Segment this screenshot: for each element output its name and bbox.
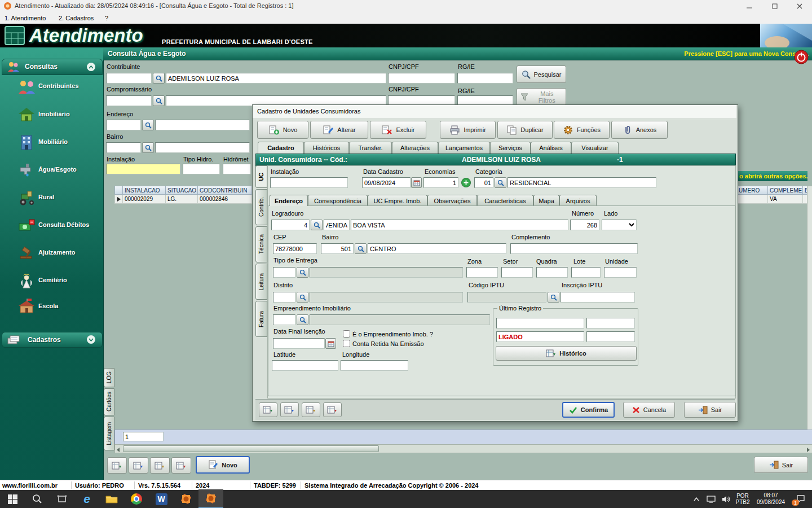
record-action-button-2[interactable] [280, 402, 299, 417]
column-header-codcontribuinte[interactable]: CODCONTRIBUIN [198, 186, 252, 195]
tab-listagem[interactable]: Listagem [104, 417, 114, 450]
speaker-icon[interactable] [718, 490, 733, 508]
lote-input[interactable] [571, 267, 601, 278]
tab-transfer[interactable]: Transfer. [349, 142, 392, 154]
scroll-right-arrow[interactable] [806, 446, 811, 453]
ultimo-registro-data-input[interactable] [496, 318, 584, 329]
logradouro-code-input[interactable] [271, 220, 310, 230]
bairro-nome-input[interactable] [368, 243, 506, 254]
modal-novo-button[interactable]: Novo [257, 121, 308, 139]
tab-analises[interactable]: Análises [531, 142, 571, 154]
tab-cartoes[interactable]: Cartões [104, 388, 114, 415]
sidebar-item-imobiliario[interactable]: Imobiliário [2, 102, 102, 129]
tab-contrib[interactable]: Contrib. [255, 189, 267, 225]
sidebar-item-rural[interactable]: Rural [2, 185, 102, 212]
close-button[interactable] [787, 0, 812, 12]
record-action-button-4[interactable] [171, 457, 191, 474]
search-icon[interactable] [495, 177, 506, 188]
endereco-name-input[interactable] [155, 120, 250, 130]
clock[interactable]: 08:07 09/08/2024 [752, 490, 789, 508]
record-action-button-3[interactable] [302, 402, 320, 417]
row-selector[interactable] [114, 195, 123, 204]
cnpj-cpf-input[interactable] [388, 73, 455, 84]
file-explorer-icon[interactable] [99, 490, 124, 508]
notification-center-icon[interactable]: 1 [789, 490, 812, 508]
unidade-input[interactable] [604, 267, 637, 278]
menu-help[interactable]: ? [105, 15, 108, 21]
column-header-complemento[interactable]: COMPLEME [768, 186, 803, 195]
search-icon[interactable] [142, 142, 154, 153]
contribuinte-code-input[interactable] [106, 73, 152, 84]
sidebar-item-mobiliario[interactable]: Mobiliário [2, 130, 102, 157]
mais-filtros-button[interactable]: Mais Filtros [517, 88, 566, 106]
novo-button[interactable]: Novo [196, 456, 250, 474]
record-action-button-1[interactable] [259, 402, 277, 417]
menu-atendimento[interactable]: 1. Atendimento [5, 15, 46, 21]
search-icon[interactable] [297, 292, 308, 303]
tipo-entrega-desc-input[interactable] [310, 267, 463, 278]
modal-anexos-button[interactable]: Anexos [611, 121, 668, 139]
add-economia-icon[interactable] [461, 178, 471, 189]
complemento-input[interactable] [510, 243, 638, 254]
tipo-entrega-code-input[interactable] [273, 267, 295, 278]
instalacao-input[interactable] [106, 164, 180, 174]
rg-ie-input[interactable] [457, 73, 513, 84]
subtab-endereco[interactable]: Endereço [270, 195, 308, 206]
tray-expand-icon[interactable] [689, 490, 704, 508]
cell-instalacao[interactable]: 000002029 [123, 195, 166, 204]
task-view-icon[interactable] [50, 490, 74, 508]
ie-icon[interactable]: e [74, 490, 99, 508]
modal-funcoes-button[interactable]: Funções [554, 121, 610, 139]
modal-sair-button[interactable]: Sair [684, 402, 736, 418]
historico-button[interactable]: Histórico [496, 346, 637, 361]
sidebar-item-contribuintes[interactable]: Contribuintes [2, 75, 102, 102]
sidebar-item-ajuizamento[interactable]: Ajuizamento [2, 240, 102, 268]
record-action-button-3[interactable] [150, 457, 170, 474]
categoria-code-input[interactable] [474, 177, 493, 188]
empreendimento-desc-input[interactable] [310, 314, 490, 325]
modal-excluir-button[interactable]: Excluir [370, 121, 426, 139]
fiorilli-app-icon-active[interactable] [198, 489, 223, 508]
modal-imprimir-button[interactable]: Imprimir [440, 121, 496, 139]
distrito-code-input[interactable] [273, 292, 295, 303]
chevron-down-icon[interactable] [87, 335, 95, 344]
sidebar-item-consulta-debitos[interactable]: Consulta Débitos [2, 213, 102, 240]
tab-alteracoes[interactable]: Alterações [392, 142, 438, 154]
endereco-code-input[interactable] [106, 120, 141, 130]
subtab-correspondencia[interactable]: Correspondência [308, 195, 368, 206]
minimize-button[interactable] [736, 0, 762, 12]
tab-tecnica[interactable]: Técnica [255, 226, 267, 262]
tab-log[interactable]: LOG [104, 368, 114, 387]
tipo-hidro-input[interactable] [183, 164, 220, 174]
inscricao-iptu-input[interactable] [561, 292, 635, 303]
tab-visualizar[interactable]: Visualizar [571, 142, 619, 154]
sair-button[interactable]: Sair [754, 457, 808, 473]
search-icon[interactable] [548, 292, 559, 303]
sidebar-section-cadastros[interactable]: Cadastros [2, 332, 103, 348]
display-icon[interactable] [704, 490, 718, 508]
data-cadastro-input[interactable] [362, 177, 411, 188]
tab-servicos[interactable]: Serviços [490, 142, 531, 154]
chrome-icon[interactable] [124, 490, 149, 508]
codigo-iptu-input[interactable] [467, 292, 546, 303]
conta-retida-checkbox[interactable] [343, 340, 350, 347]
maximize-button[interactable] [762, 0, 787, 12]
bairro-code-input[interactable] [321, 243, 354, 254]
menu-cadastros[interactable]: 2. Cadastros [59, 15, 94, 21]
categoria-nome-input[interactable] [508, 177, 656, 188]
scrollbar-thumb[interactable] [123, 445, 379, 452]
subtab-mapa[interactable]: Mapa [533, 195, 559, 206]
tab-lancamentos[interactable]: Lançamentos [438, 142, 490, 154]
empreendimento-code-input[interactable] [273, 314, 295, 325]
search-icon[interactable] [355, 243, 367, 254]
sidebar-item-agua-esgoto[interactable]: Água/Esgoto [2, 157, 102, 185]
language-indicator[interactable]: POR PTB2 [733, 490, 752, 508]
contribuinte-name-input[interactable] [166, 73, 386, 84]
power-button-icon[interactable] [794, 50, 809, 65]
lado-select[interactable] [602, 220, 637, 230]
pesquisar-button[interactable]: Pesquisar [517, 65, 566, 83]
logradouro-tipo-input[interactable] [324, 220, 350, 230]
search-icon[interactable] [297, 267, 308, 278]
ligado-status-input[interactable] [496, 331, 584, 342]
vertical-scrollbar[interactable] [807, 186, 812, 431]
